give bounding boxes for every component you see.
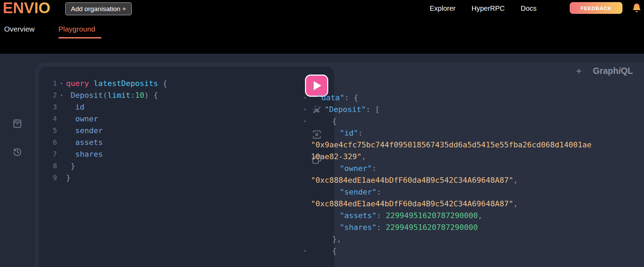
fold-arrow-icon[interactable]: ▾ xyxy=(304,107,309,112)
docs-icon[interactable] xyxy=(12,118,24,129)
code-token: "0xc8884edE1ae44bDfF60da4B9c542C34A69648… xyxy=(311,199,513,208)
code-token: ) { xyxy=(144,91,158,100)
code-token: 22994951620787290000 xyxy=(386,223,478,232)
editor-line: 9} xyxy=(39,172,303,183)
code-token: , xyxy=(478,211,482,220)
code-text: 10ae82-329", xyxy=(309,152,366,161)
page-tabs: Overview Playground xyxy=(0,21,644,40)
code-token: "Deposit" xyxy=(324,105,366,114)
code-token: "data" xyxy=(317,93,344,102)
feedback-button[interactable]: FEEDBACK xyxy=(570,2,622,14)
code-token xyxy=(66,126,75,135)
fold-arrow-icon[interactable]: ▾ xyxy=(57,93,66,97)
response-line: ▾{ xyxy=(304,115,643,127)
nav-explorer[interactable]: Explorer xyxy=(430,5,455,12)
code-text: "id": xyxy=(309,129,363,137)
response-line: "assets": 22994951620787290000, xyxy=(304,209,643,221)
editor-line: 8 } xyxy=(39,160,303,172)
add-organisation-button[interactable]: Add organisation + xyxy=(65,2,132,15)
code-token: "assets" xyxy=(340,211,377,220)
response-line: ▾{ xyxy=(304,245,643,257)
code-text: "sender": xyxy=(309,188,381,196)
playground-area: + GraphiQL 1▾query latestDeposits {2▾ De… xyxy=(0,54,644,267)
code-token: { xyxy=(158,79,167,88)
response-line: "owner": xyxy=(304,162,643,174)
code-token: 10 xyxy=(135,91,145,100)
response-line: "id": xyxy=(304,127,643,139)
app-header: ENVIO Add organisation + Explorer HyperR… xyxy=(0,0,644,17)
top-nav: Explorer HyperRPC Docs xyxy=(430,0,537,17)
code-token: owner xyxy=(75,114,98,123)
code-token: { xyxy=(309,81,314,90)
code-token: 22994951620787290000 xyxy=(386,211,478,220)
code-token: "owner" xyxy=(340,164,372,173)
fold-arrow-icon[interactable]: ▾ xyxy=(304,84,309,88)
fold-arrow-icon[interactable]: ▾ xyxy=(304,95,309,100)
query-editor-panel: 1▾query latestDeposits {2▾ Deposit(limit… xyxy=(39,67,334,267)
editor-line: 2▾ Deposit(limit:10) { xyxy=(39,89,303,101)
code-token xyxy=(66,103,75,111)
fold-arrow-icon[interactable]: ▾ xyxy=(57,81,66,86)
editor-line: 4 owner xyxy=(39,113,303,124)
active-tab-underline xyxy=(58,37,101,38)
response-pane: ▾{▾"data": {▾"Deposit": [▾{"id":"0x9ae4c… xyxy=(304,80,643,257)
code-token: id xyxy=(75,103,85,111)
code-token: "sender" xyxy=(340,188,377,196)
response-line: "sender": xyxy=(304,186,643,198)
response-line: 10ae82-329", xyxy=(304,150,643,162)
graphiql-logo[interactable]: GraphiQL xyxy=(593,66,633,76)
line-number: 9 xyxy=(39,173,57,182)
code-token: } xyxy=(66,162,75,170)
response-line: ▾"Deposit": [ xyxy=(304,103,643,115)
graphiql-logo-text: Graph xyxy=(593,66,619,76)
query-editor[interactable]: 1▾query latestDeposits {2▾ Deposit(limit… xyxy=(39,77,303,183)
line-number: 5 xyxy=(39,126,57,135)
response-line: "0xc8884edE1ae44bDfF60da4B9c542C34A69648… xyxy=(304,174,643,186)
code-text: "0xc8884edE1ae44bDfF60da4B9c542C34A69648… xyxy=(309,199,518,208)
editor-line: 5 sender xyxy=(39,124,303,136)
code-text: Deposit(limit:10) { xyxy=(66,91,158,100)
code-text: { xyxy=(309,117,337,126)
tab-playground[interactable]: Playground xyxy=(58,25,95,33)
add-tab-button[interactable]: + xyxy=(576,66,581,76)
bell-icon[interactable] xyxy=(631,2,642,14)
code-text: } xyxy=(66,162,75,170)
code-text: "owner": xyxy=(309,164,377,173)
editor-line: 6 assets xyxy=(39,136,303,148)
code-token: : xyxy=(377,211,386,220)
code-token: , xyxy=(513,176,518,184)
envio-logo[interactable]: ENVIO xyxy=(3,0,50,17)
code-token: : xyxy=(130,91,135,100)
code-text: }, xyxy=(309,235,341,243)
code-token: assets xyxy=(75,138,103,147)
fold-arrow-icon[interactable]: ▾ xyxy=(304,119,309,123)
code-token xyxy=(66,138,75,147)
line-number: 3 xyxy=(39,103,57,111)
nav-hyperrpc[interactable]: HyperRPC xyxy=(471,5,505,12)
code-token: "0x9ae4cfc75bc744f095018567435dd6a5d5415… xyxy=(311,140,592,149)
code-text: "data": { xyxy=(309,93,358,102)
line-number: 4 xyxy=(39,114,57,123)
line-number: 6 xyxy=(39,138,57,146)
response-line: "0xc8884edE1ae44bDfF60da4B9c542C34A69648… xyxy=(304,198,643,209)
line-number: 7 xyxy=(39,150,57,158)
code-token: "0xc8884edE1ae44bDfF60da4B9c542C34A69648… xyxy=(311,176,513,184)
line-number: 1 xyxy=(39,79,57,87)
code-token xyxy=(66,150,75,158)
tab-overview[interactable]: Overview xyxy=(4,25,35,33)
code-token: } xyxy=(66,173,71,182)
nav-docs[interactable]: Docs xyxy=(521,5,537,12)
history-icon[interactable] xyxy=(12,146,24,157)
code-text: id xyxy=(66,103,84,111)
fold-arrow-icon[interactable]: ▾ xyxy=(304,249,309,253)
envio-playground-screen: ENVIO Add organisation + Explorer HyperR… xyxy=(0,0,644,267)
code-token: shares xyxy=(75,150,103,158)
editor-line: 3 id xyxy=(39,101,303,113)
line-number: 2 xyxy=(39,91,57,99)
editor-line: 7 shares xyxy=(39,148,303,160)
code-text: "0xc8884edE1ae44bDfF60da4B9c542C34A69648… xyxy=(309,176,518,184)
code-text: owner xyxy=(66,114,98,123)
code-text: { xyxy=(309,247,337,255)
code-token: 10ae82-329" xyxy=(311,152,362,161)
code-token: , xyxy=(362,152,366,161)
